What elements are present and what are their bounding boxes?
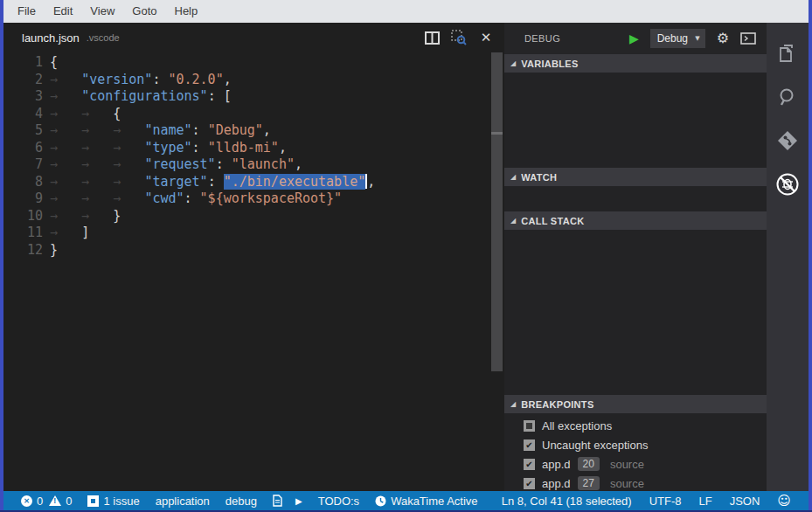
breakpoint-checkbox[interactable]: ✔: [524, 478, 535, 489]
code-line[interactable]: 11→ ]: [3, 225, 504, 242]
code-line[interactable]: 2→ "version": "0.2.0",: [3, 72, 504, 89]
split-editor-button[interactable]: [424, 30, 440, 45]
code-editor[interactable]: 1{2→ "version": "0.2.0",3→ "configuratio…: [3, 52, 504, 491]
feedback-button[interactable]: ☺: [777, 493, 791, 509]
line-number[interactable]: 6: [3, 140, 43, 157]
tab-title[interactable]: launch.json: [22, 31, 80, 45]
breakpoint-checkbox[interactable]: ✔: [524, 459, 535, 470]
line-number[interactable]: 2: [3, 72, 43, 89]
preview-search-button[interactable]: [451, 30, 467, 45]
code-line[interactable]: 7→ → → "request": "launch",: [3, 156, 504, 174]
task-debug[interactable]: debug: [226, 495, 257, 508]
activity-explorer-button[interactable]: [767, 31, 809, 75]
section-header-watch[interactable]: ◢ WATCH: [504, 168, 767, 186]
breakpoint-item[interactable]: All exceptions: [504, 416, 767, 435]
run-task-button[interactable]: ▶: [295, 496, 302, 506]
code-token: "lldb-mi": [208, 140, 279, 156]
menu-item-view[interactable]: View: [81, 0, 123, 23]
code-line[interactable]: 5→ → → "name": "Debug",: [3, 122, 504, 140]
collapse-arrow-icon: ◢: [510, 59, 516, 67]
code-line[interactable]: 10→ → }: [3, 208, 504, 225]
menu-item-edit[interactable]: Edit: [45, 0, 81, 23]
debug-config-value: Debug: [657, 32, 688, 45]
open-debug-console-button[interactable]: [740, 32, 756, 45]
breakpoint-item[interactable]: ✔app.d27source: [504, 474, 767, 493]
wakatime-status[interactable]: WakaTime Active: [375, 495, 477, 508]
scrollbar-thumb[interactable]: [491, 135, 503, 371]
code-token: "launch": [232, 156, 295, 172]
play-icon: ▶: [295, 496, 302, 506]
code-token: :: [192, 140, 208, 156]
debug-console-icon: [740, 32, 756, 45]
line-number[interactable]: 3: [3, 88, 43, 106]
encoding-selector[interactable]: UTF-8: [649, 495, 682, 508]
variables-body: [504, 73, 767, 168]
code-line[interactable]: 9→ → → "cwd": "${workspaceRoot}": [3, 190, 504, 208]
code-line[interactable]: 6→ → → "type": "lldb-mi",: [3, 140, 504, 157]
code-token: → → →: [50, 190, 144, 206]
section-header-variables[interactable]: ◢ VARIABLES: [504, 54, 767, 73]
line-number[interactable]: 7: [3, 156, 43, 174]
code-line[interactable]: 12}: [3, 242, 504, 259]
error-count[interactable]: × 0: [21, 495, 43, 508]
menu-item-file[interactable]: File: [9, 0, 45, 23]
start-debug-button[interactable]: ▶: [629, 32, 639, 45]
line-number[interactable]: 12: [3, 242, 43, 259]
line-number[interactable]: 8: [3, 174, 43, 191]
section-header-call-stack[interactable]: ◢ CALL STACK: [504, 211, 767, 230]
code-token: :: [152, 72, 168, 87]
activity-search-button[interactable]: [767, 75, 809, 119]
section-label: VARIABLES: [521, 59, 578, 69]
code-token: "target": [144, 174, 207, 190]
todo-status[interactable]: TODO:s: [318, 495, 359, 508]
code-token: ,: [224, 72, 232, 87]
document-icon: [273, 495, 282, 507]
line-number[interactable]: 4: [3, 106, 43, 123]
warning-count[interactable]: 0: [49, 495, 72, 508]
activity-source-control-button[interactable]: [767, 119, 809, 163]
code-line-content: → "configurations": [: [50, 88, 232, 106]
breakpoint-checkbox[interactable]: ✔: [524, 439, 535, 451]
breakpoints-body: All exceptions✔Uncaught exceptions✔app.d…: [504, 413, 767, 491]
collapse-arrow-icon: ◢: [510, 217, 516, 225]
code-token: → → →: [50, 140, 144, 156]
code-token: :: [184, 190, 200, 206]
code-line[interactable]: 4→ → {: [3, 106, 504, 123]
activity-debug-button-active[interactable]: [767, 163, 809, 206]
eol-selector[interactable]: LF: [699, 495, 712, 508]
breakpoint-item[interactable]: ✔app.d20source: [504, 454, 767, 474]
tab-bar: launch.json .vscode ✕: [3, 23, 504, 52]
code-line[interactable]: 8→ → → "target": "./bin/executable",: [3, 174, 504, 191]
code-token: :: [192, 122, 208, 138]
language-selector[interactable]: JSON: [730, 495, 760, 508]
breakpoint-item[interactable]: ✔Uncaught exceptions: [504, 435, 767, 454]
code-line-content: → → {: [50, 106, 121, 123]
section-header-breakpoints[interactable]: ◢ BREAKPOINTS: [504, 395, 767, 413]
issues-status[interactable]: 1 issue: [87, 495, 139, 508]
call-stack-body: [504, 230, 767, 395]
code-token: → →: [50, 106, 113, 121]
menu-item-goto[interactable]: Goto: [123, 0, 165, 23]
document-status-button[interactable]: [273, 495, 282, 507]
line-number[interactable]: 1: [3, 54, 43, 72]
code-line[interactable]: 1{: [3, 54, 504, 72]
configure-gear-button[interactable]: ⚙: [717, 31, 729, 45]
line-number[interactable]: 9: [3, 190, 43, 208]
files-icon: [776, 42, 799, 65]
status-bar-right: Ln 8, Col 41 (18 selected) UTF-8 LF JSON…: [502, 493, 791, 509]
task-application[interactable]: application: [156, 495, 210, 508]
debug-panel-title: DEBUG: [524, 33, 560, 44]
cursor-position[interactable]: Ln 8, Col 41 (18 selected): [502, 495, 632, 508]
line-number[interactable]: 11: [3, 225, 43, 242]
menu-item-help[interactable]: Help: [166, 0, 207, 23]
debug-config-dropdown[interactable]: Debug ▼: [650, 29, 705, 48]
line-number[interactable]: 5: [3, 122, 43, 140]
breakpoint-checkbox[interactable]: [524, 420, 535, 432]
code-token: →: [50, 72, 81, 87]
code-line[interactable]: 3→ "configurations": [: [3, 88, 504, 106]
line-number[interactable]: 10: [3, 208, 43, 225]
scrollbar-thumb[interactable]: [491, 52, 503, 132]
close-editor-button[interactable]: ✕: [478, 30, 494, 45]
code-token: "Debug": [208, 122, 263, 138]
code-token: → → →: [50, 122, 144, 138]
